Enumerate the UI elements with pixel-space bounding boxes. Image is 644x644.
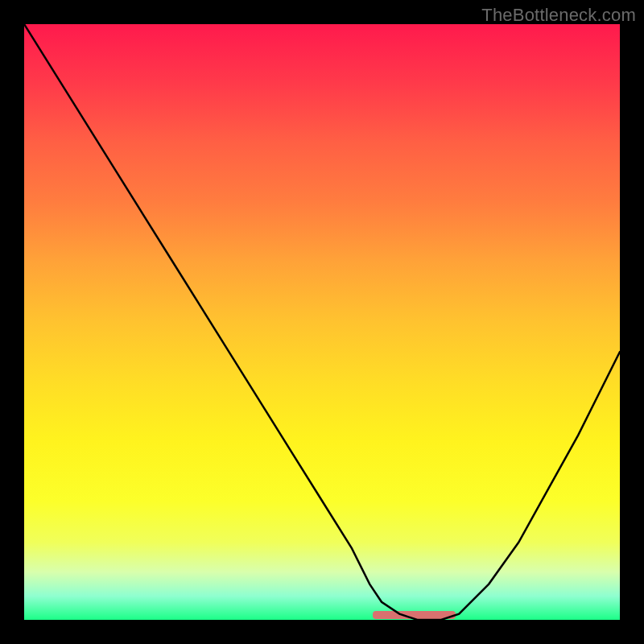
watermark-text: TheBottleneck.com (481, 5, 636, 26)
plot-area (24, 24, 620, 620)
bottleneck-curve (24, 24, 620, 620)
